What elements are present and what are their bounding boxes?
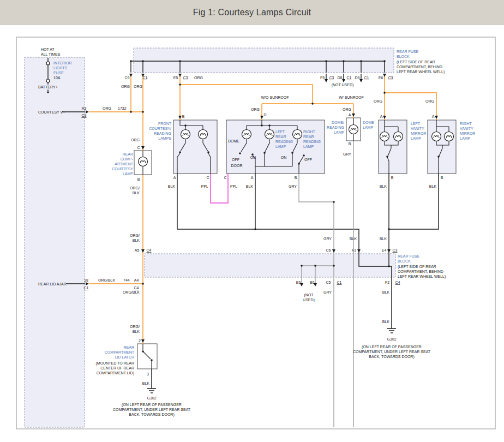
conn-c3[interactable]: C3 bbox=[329, 76, 334, 80]
diagram-label: BLOCK bbox=[397, 55, 410, 58]
junction-dot bbox=[179, 83, 181, 86]
diagram-label: COURTESY bbox=[112, 167, 133, 171]
switch-on: ON bbox=[250, 156, 256, 159]
wire-org-right-vanity-feed bbox=[385, 93, 436, 120]
wire-blk-collector bbox=[177, 229, 359, 254]
pin-e4: E4 bbox=[382, 248, 387, 252]
wire-orgblk-label: ORG/BLK bbox=[98, 278, 115, 282]
diagram-labels: HOT ATALL TIMESINTERIORLIGHTSFUSE10ABATT… bbox=[38, 47, 475, 417]
conn-c1[interactable]: C1 bbox=[364, 76, 369, 80]
junction-dot bbox=[301, 265, 303, 267]
pin-b: B bbox=[182, 115, 185, 118]
lamp-icon bbox=[432, 132, 441, 141]
pin-a: A bbox=[173, 176, 176, 180]
rear-compartment-lid-latch: REAR bbox=[124, 345, 134, 349]
junction-dot bbox=[268, 124, 271, 127]
wo-sunroof: W/O SUNROOF bbox=[261, 95, 289, 99]
junction-dot bbox=[383, 60, 386, 62]
wire-ppl-label: PPL bbox=[230, 184, 237, 188]
pin-18: 18 bbox=[84, 278, 88, 282]
ground-g302: G302 bbox=[387, 337, 396, 341]
wire-gry-label: GRY bbox=[323, 290, 332, 294]
arrow-down-icon bbox=[325, 79, 328, 82]
wire-blk-label: BLK bbox=[350, 237, 357, 241]
diagram-label: LEFT REAR WHEEL WELL) bbox=[397, 70, 445, 74]
circuit-1732: 1732 bbox=[118, 106, 127, 110]
wiring-diagram: HOT ATALL TIMESINTERIORLIGHTSFUSE10ABATT… bbox=[0, 0, 504, 442]
rear-fuse-block-top-panel bbox=[134, 48, 394, 73]
diagram-label: COMPARTMENT, UNDER LEFT REAR SEAT bbox=[353, 350, 431, 354]
junction-dot bbox=[360, 60, 362, 62]
diagram-label: (LEFT SIDE OF REAR bbox=[397, 60, 435, 64]
lamp-icon bbox=[139, 157, 148, 166]
wire-org-label: ORG bbox=[194, 76, 203, 80]
pin-a: A bbox=[251, 176, 254, 180]
conn-c1[interactable]: C1 bbox=[347, 76, 352, 80]
right-rear-reading-lamp: RIGHT bbox=[303, 130, 316, 134]
pin-b: B bbox=[391, 176, 394, 180]
arrow-down-icon bbox=[359, 79, 363, 82]
junction-dot bbox=[254, 228, 256, 230]
ground-icon bbox=[387, 328, 396, 333]
wire-org-label: ORG bbox=[131, 138, 140, 142]
arrow-down-icon bbox=[178, 74, 182, 77]
conn-c3[interactable]: C3 bbox=[82, 114, 87, 117]
diagram-label: COMPARTMENT bbox=[105, 350, 135, 354]
ground-location: (ON LEFT REAR OF PASSENGER bbox=[362, 345, 422, 349]
diagram-label: VANITY bbox=[411, 127, 424, 130]
wire-orgblk-label: ORG/ bbox=[130, 325, 140, 328]
diagram-label: CENTER OF REAR bbox=[100, 366, 134, 370]
junction-dot bbox=[179, 60, 181, 62]
org-wires bbox=[89, 74, 436, 344]
rear-lid-ajar-label: REAR LID AJAR bbox=[38, 282, 67, 286]
junction-dot bbox=[383, 92, 386, 94]
conn-c4[interactable]: C4 bbox=[395, 280, 400, 284]
lamp-icon bbox=[199, 130, 208, 139]
arrow-down-icon bbox=[357, 249, 361, 253]
conn-c3[interactable]: C3 bbox=[388, 76, 393, 80]
wire-org-label: ORG bbox=[121, 85, 130, 88]
left-vanity-mirror-lamp: LEFT bbox=[411, 122, 421, 126]
junction-dot bbox=[325, 60, 327, 62]
conn-c3[interactable]: C3 bbox=[393, 248, 398, 252]
wire-blk-label: BLK bbox=[380, 237, 387, 241]
diagram-label: LID LATCH bbox=[115, 355, 134, 359]
junction-dot bbox=[291, 152, 293, 154]
arrow-down-icon bbox=[352, 114, 355, 117]
diagram-label: ARTMENT bbox=[115, 162, 133, 166]
pin-3: 3 bbox=[147, 372, 149, 376]
conn-c1[interactable]: C1 bbox=[337, 280, 342, 284]
pin-c: C bbox=[224, 176, 226, 180]
conn-c4[interactable]: C4 bbox=[147, 248, 152, 252]
rear-compartment-courtesy-lamp: REAR bbox=[123, 152, 133, 156]
arrow-down-icon bbox=[260, 116, 263, 119]
wire-org-label: ORG bbox=[374, 99, 382, 103]
ground-icon bbox=[147, 389, 156, 393]
diagram-label: READING bbox=[327, 126, 344, 129]
pin-b: B bbox=[137, 177, 140, 181]
wire-blk-label: BLK bbox=[168, 184, 176, 188]
diagram-label: LEFT REAR WHEEL WELL) bbox=[398, 274, 446, 279]
junction-dot bbox=[184, 124, 187, 127]
left-rear-reading-lamp: LEFT bbox=[275, 130, 285, 134]
arrow-down-icon bbox=[387, 249, 391, 253]
switch-door: DOOR bbox=[231, 164, 243, 168]
conn-c4[interactable]: C4 bbox=[134, 286, 139, 290]
diagram-label: BLOCK bbox=[398, 259, 411, 263]
wire-orgblk-label: ORG/ bbox=[130, 234, 140, 237]
interior-lights-fuse: INTERIOR bbox=[53, 61, 71, 65]
diagram-label: READING bbox=[154, 132, 171, 135]
lamp-icon bbox=[265, 130, 274, 139]
rear-fuse-block-bottom: REAR FUSE bbox=[398, 254, 419, 258]
arrow-down-icon bbox=[141, 339, 145, 343]
ground-location: (ON LEFT REAR OF PASSENGER bbox=[122, 403, 182, 407]
junction-dot bbox=[314, 265, 316, 267]
conn-c1[interactable]: C1 bbox=[84, 286, 89, 290]
pin-f5: F5 bbox=[320, 76, 325, 80]
lamp-icon bbox=[394, 132, 403, 141]
conn-c3[interactable]: C3 bbox=[183, 76, 188, 80]
diagram-label: ALL TIMES bbox=[41, 52, 61, 56]
lamp-icon bbox=[293, 130, 302, 139]
conn-c1[interactable]: C1 bbox=[143, 76, 148, 80]
pin-a: A bbox=[349, 113, 351, 117]
